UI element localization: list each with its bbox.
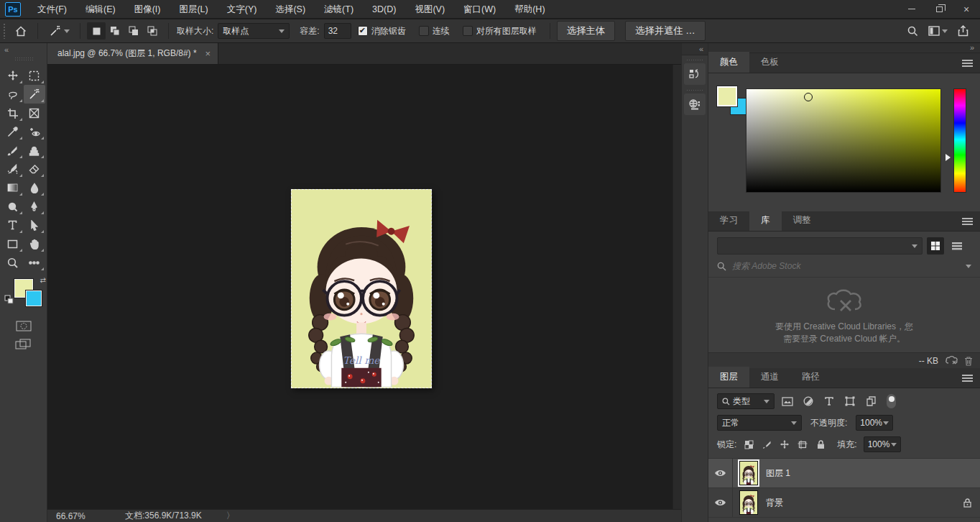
- filter-adjustment-layers-icon[interactable]: [800, 394, 816, 408]
- strip-expand-button[interactable]: «: [682, 43, 708, 55]
- status-expander[interactable]: 〉: [226, 510, 235, 522]
- list-view-button[interactable]: [948, 237, 966, 255]
- panel-menu-icon[interactable]: [962, 218, 973, 225]
- search-button[interactable]: [902, 22, 923, 40]
- menu-filter[interactable]: 滤镜(T): [315, 0, 363, 19]
- default-colors-icon[interactable]: [4, 295, 14, 305]
- tool-brush[interactable]: [2, 141, 24, 160]
- anti-alias-checkbox[interactable]: 消除锯齿: [358, 25, 406, 37]
- selection-mode-add[interactable]: [106, 22, 124, 40]
- hue-slider-arrow[interactable]: [946, 154, 951, 161]
- zoom-level[interactable]: 66.67%: [56, 511, 93, 521]
- tool-path-select[interactable]: [24, 216, 45, 234]
- layer-row-2[interactable]: 背景: [708, 488, 980, 518]
- tool-eraser[interactable]: [24, 160, 45, 178]
- tool-pen[interactable]: [24, 197, 45, 216]
- menu-edit[interactable]: 编辑(E): [76, 0, 125, 19]
- tab-close-icon[interactable]: ×: [205, 48, 211, 59]
- selection-mode-new[interactable]: [87, 22, 106, 40]
- menu-window[interactable]: 窗口(W): [454, 0, 505, 19]
- tool-zoom[interactable]: [2, 253, 24, 272]
- tool-preset-button[interactable]: [45, 22, 73, 40]
- menu-image[interactable]: 图像(I): [125, 0, 170, 19]
- history-panel-button[interactable]: [684, 63, 706, 85]
- layer-row-1[interactable]: 图层 1: [708, 459, 980, 488]
- layer-visibility-toggle[interactable]: [708, 459, 733, 487]
- workspace-switcher-button[interactable]: [923, 22, 953, 40]
- selection-mode-subtract[interactable]: [124, 22, 143, 40]
- menu-layer[interactable]: 图层(L): [170, 0, 217, 19]
- tool-eyedropper[interactable]: [2, 122, 24, 141]
- tool-blur[interactable]: [24, 178, 45, 197]
- layer-name[interactable]: 背景: [766, 497, 783, 509]
- select-subject-button[interactable]: 选择主体: [557, 21, 615, 41]
- tab-swatches[interactable]: 色板: [749, 52, 790, 73]
- swap-colors-icon[interactable]: ⇄: [40, 276, 46, 284]
- blend-mode-select[interactable]: 正常: [717, 415, 802, 431]
- hue-bar[interactable]: [953, 88, 966, 193]
- menu-3d[interactable]: 3D(D): [363, 0, 405, 19]
- 3d-panel-button[interactable]: [684, 93, 706, 115]
- tool-move[interactable]: [2, 66, 24, 85]
- selection-mode-intersect[interactable]: [143, 22, 162, 40]
- lock-all-icon[interactable]: [815, 439, 826, 450]
- sample-all-layers-checkbox[interactable]: 对所有图层取样: [463, 25, 537, 37]
- tool-type[interactable]: [2, 216, 24, 234]
- lock-transparency-icon[interactable]: [743, 439, 754, 450]
- tool-crop[interactable]: [2, 104, 24, 122]
- contiguous-checkbox[interactable]: 连续: [419, 25, 450, 37]
- filter-toggle[interactable]: [887, 394, 896, 408]
- layer-thumbnail[interactable]: [739, 490, 758, 515]
- toolbar-collapse-button[interactable]: «: [0, 43, 47, 54]
- screen-mode-icon[interactable]: [15, 339, 32, 350]
- tool-lasso[interactable]: [2, 85, 24, 104]
- filter-shape-layers-icon[interactable]: [842, 394, 858, 408]
- tab-layers[interactable]: 图层: [708, 367, 749, 388]
- layer-visibility-toggle[interactable]: [708, 488, 733, 517]
- adobe-stock-search-input[interactable]: [732, 261, 933, 271]
- layer-name[interactable]: 图层 1: [766, 467, 790, 480]
- menu-file[interactable]: 文件(F): [28, 0, 76, 19]
- tab-paths[interactable]: 路径: [790, 367, 831, 388]
- color-field[interactable]: [746, 88, 941, 193]
- layer-filter-select[interactable]: 类型: [717, 393, 775, 409]
- tool-magic-wand[interactable]: [24, 85, 45, 104]
- restore-button[interactable]: [925, 0, 953, 19]
- lock-artboard-icon[interactable]: [797, 439, 808, 450]
- opacity-input[interactable]: 100%: [856, 415, 893, 431]
- lock-pixels-icon[interactable]: [761, 439, 772, 450]
- tool-healing-brush[interactable]: [24, 122, 45, 141]
- minimize-button[interactable]: [898, 0, 925, 19]
- tab-libraries[interactable]: 库: [749, 210, 782, 231]
- select-and-mask-button[interactable]: 选择并遮住 …: [625, 21, 706, 41]
- tool-rectangular-marquee[interactable]: [24, 66, 45, 85]
- tool-edit-toolbar[interactable]: [24, 253, 45, 272]
- tab-adjustments[interactable]: 调整: [782, 210, 823, 231]
- menu-select[interactable]: 选择(S): [266, 0, 315, 19]
- tab-channels[interactable]: 通道: [749, 367, 790, 388]
- layer-thumbnail[interactable]: [739, 461, 758, 485]
- canvas-scrollbar[interactable]: [672, 65, 681, 509]
- fill-input[interactable]: 100%: [864, 436, 901, 452]
- tool-clone-stamp[interactable]: [24, 141, 45, 160]
- filter-smart-objects-icon[interactable]: [863, 394, 879, 408]
- tool-gradient[interactable]: [2, 178, 24, 197]
- panel-menu-icon[interactable]: [962, 375, 973, 382]
- share-button[interactable]: [953, 22, 973, 40]
- background-color-swatch[interactable]: [26, 290, 42, 306]
- library-select[interactable]: [717, 237, 923, 255]
- tab-learn[interactable]: 学习: [708, 210, 749, 231]
- foreground-color-chip[interactable]: [717, 86, 737, 106]
- color-field-cursor[interactable]: [804, 93, 813, 101]
- panel-menu-icon[interactable]: [962, 60, 973, 67]
- tool-rectangle[interactable]: [2, 234, 24, 253]
- trash-icon[interactable]: [964, 356, 973, 366]
- tool-hand[interactable]: [24, 234, 45, 253]
- close-button[interactable]: ×: [953, 0, 980, 19]
- tab-color[interactable]: 颜色: [708, 52, 749, 73]
- sample-size-select[interactable]: 取样点: [218, 23, 290, 39]
- tool-dodge[interactable]: [2, 197, 24, 216]
- quick-mask-icon[interactable]: [16, 321, 32, 331]
- menu-help[interactable]: 帮助(H): [505, 0, 554, 19]
- grid-view-button[interactable]: [927, 237, 944, 255]
